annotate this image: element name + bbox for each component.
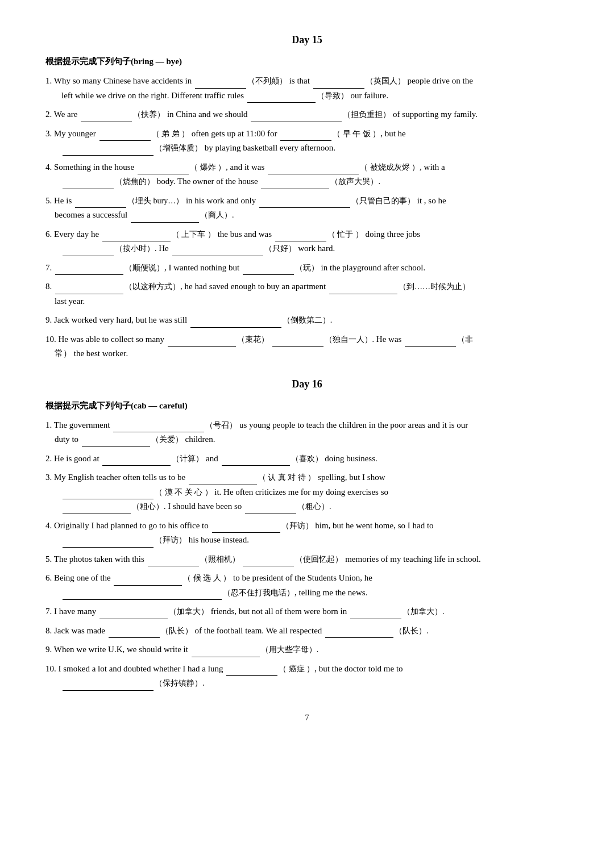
blank (63, 599, 222, 600)
list-item: 4. Something in the house （ 爆炸 ）, and it… (45, 160, 569, 189)
blank (405, 346, 456, 347)
blank (148, 566, 199, 566)
blank (131, 222, 199, 223)
list-item: 4. Originally I had planned to go to his… (45, 519, 569, 548)
blank (325, 637, 393, 638)
list-item: 6. Every day he （ 上下车 ） the bus and was … (45, 227, 569, 256)
blank (63, 514, 131, 514)
blank (247, 102, 316, 103)
list-item: 9. When we write U.K, we should write it… (45, 642, 569, 657)
blank (55, 274, 123, 275)
list-item: 7. I have many （加拿大） friends, but not al… (45, 604, 569, 619)
list-item: 1. Why so many Chinese have accidents in… (45, 74, 569, 103)
blank (251, 122, 342, 122)
list-item: 10. I smoked a lot and doubted whether I… (45, 662, 569, 691)
blank (172, 256, 263, 256)
blank (222, 465, 290, 466)
blank (63, 547, 154, 548)
blank (192, 657, 260, 657)
list-item: 9. Jack worked very hard, but he was sti… (45, 313, 569, 328)
blank (329, 294, 397, 294)
list-item: 8. Jack was made （队长） of the football te… (45, 624, 569, 639)
blank (63, 256, 114, 256)
blank (243, 566, 294, 566)
list-item: 7. （顺便说）, I wanted nothing but （玩） in th… (45, 261, 569, 276)
blank (168, 346, 236, 347)
list-item: 6. Being one of the （ 候 选 人 ） to be pres… (45, 571, 569, 600)
list-item: 10. He was able to collect so many （束花） … (45, 332, 569, 361)
blank (63, 189, 114, 189)
page-number: 7 (45, 713, 569, 723)
list-item: 5. He is （埋头 bury…） in his work and only… (45, 194, 569, 223)
day15-title: Day 15 (45, 34, 569, 46)
list-item: 3. My younger （ 弟 弟 ） often gets up at 1… (45, 127, 569, 156)
list-item: 8. （以这种方式）, he had saved enough to buy a… (45, 279, 569, 308)
page-content: Day 15 根据提示完成下列句子(bring — bye) 1. Why so… (45, 34, 569, 723)
blank (190, 327, 281, 328)
blank (350, 619, 401, 619)
list-item: 2. He is good at （计算） and （喜欢） doing bus… (45, 452, 569, 466)
blank (261, 189, 329, 189)
blank (63, 155, 154, 156)
blank (243, 274, 294, 275)
blank (272, 346, 323, 347)
list-item: 3. My English teacher often tells us to … (45, 470, 569, 514)
list-item: 5. The photos taken with this （照相机） （使回忆… (45, 552, 569, 567)
blank (109, 637, 160, 638)
blank (245, 514, 296, 514)
day16-title: Day 16 (45, 378, 569, 390)
day15-section: 根据提示完成下列句子(bring — bye) 1. Why so many C… (45, 56, 569, 361)
blank (82, 446, 150, 447)
blank (226, 675, 277, 676)
day16-section-title: 根据提示完成下列句子(cab — careful) (45, 400, 569, 411)
day15-section-title: 根据提示完成下列句子(bring — bye) (45, 56, 569, 67)
blank (99, 619, 168, 619)
list-item: 1. The government （号召） us young people t… (45, 418, 569, 447)
list-item: 2. We are （扶养） in China and we should （担… (45, 107, 569, 122)
blank (102, 465, 171, 466)
item-number: 1. Why so many Chinese have accidents in (45, 76, 194, 85)
day16-section: 根据提示完成下列句子(cab — careful) 1. The governm… (45, 400, 569, 691)
blank (81, 122, 132, 122)
blank (259, 207, 350, 208)
blank (63, 690, 154, 691)
